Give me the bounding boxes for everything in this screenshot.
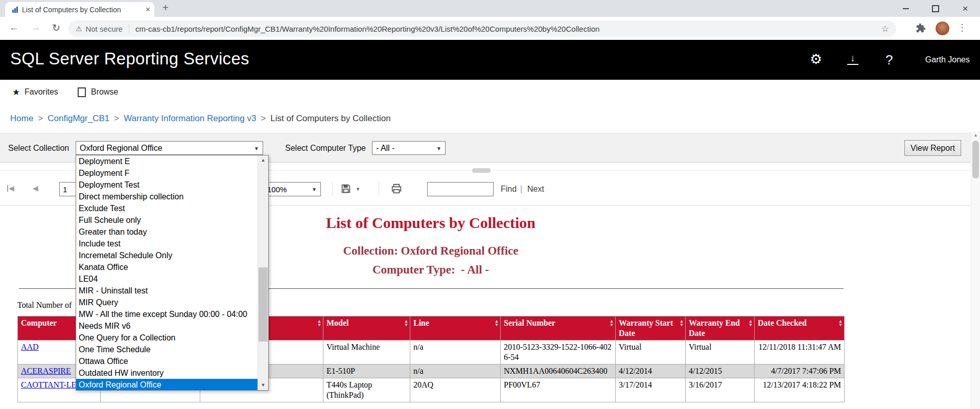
browse-tab[interactable]: Browse (91, 87, 118, 97)
dropdown-option[interactable]: Kanata Office (76, 261, 258, 273)
settings-gear-icon[interactable]: ⚙ (810, 51, 822, 67)
sort-icon[interactable]: ▲▼ (749, 320, 753, 327)
dropdown-option[interactable]: LE04 (76, 273, 258, 285)
find-next-separator: | (520, 185, 522, 194)
sort-icon[interactable]: ▲▼ (404, 320, 408, 327)
dropdown-option[interactable]: Include test (76, 238, 258, 249)
sort-icon[interactable]: ▲▼ (610, 320, 614, 327)
next-button[interactable]: Next (527, 185, 544, 194)
extensions-icon[interactable] (916, 23, 926, 35)
toolbar-divider (379, 183, 379, 196)
dropdown-scrollbar[interactable]: ▲ ▼ (258, 155, 268, 390)
tab-close-icon[interactable]: × (146, 5, 150, 14)
column-header-label: Date Checked (758, 319, 807, 327)
browse-icon (78, 87, 86, 97)
page-scrollbar-thumb[interactable] (972, 141, 979, 178)
first-page-button[interactable]: ◀ (7, 184, 14, 192)
zoom-select[interactable]: 100% ▼ (263, 182, 321, 196)
browser-menu-icon[interactable]: ⋮ (958, 22, 967, 33)
url-text[interactable]: cm-cas-cb1/reports/report/ConfigMgr_CB1/… (135, 25, 877, 33)
dropdown-option[interactable]: Full Scheule only (76, 214, 258, 226)
find-text-input[interactable] (427, 182, 494, 196)
dropdown-option[interactable]: Oxford Regional Office (76, 379, 258, 390)
zoom-value: 100% (267, 185, 287, 194)
download-icon[interactable]: ↓ (847, 53, 858, 65)
scroll-down-icon[interactable]: ▼ (258, 380, 268, 390)
find-button[interactable]: Find (501, 185, 517, 194)
sort-icon[interactable]: ▲▼ (838, 320, 843, 327)
view-report-button[interactable]: View Report (904, 140, 961, 156)
dropdown-option[interactable]: Ottawa Office (76, 355, 258, 367)
collection-select-value: Oxford Regional Office (80, 144, 162, 153)
dropdown-option[interactable]: Direct membership collection (76, 191, 258, 202)
dropdown-option[interactable]: MW - All the time except Sunday 00:00 - … (76, 308, 258, 320)
column-header[interactable]: Warranty Start Date▲▼ (616, 316, 686, 340)
dropdown-scrollbar-thumb[interactable] (259, 267, 268, 342)
app-title: SQL Server Reporting Services (10, 49, 249, 69)
sort-icon[interactable]: ▲▼ (680, 320, 684, 327)
breadcrumb-item[interactable]: Warranty Information Reporting v3 (124, 113, 256, 123)
table-cell: 4/12/2014 (616, 365, 686, 378)
dropdown-option[interactable]: MIR Query (76, 297, 258, 308)
sort-icon[interactable]: ▲▼ (495, 320, 499, 327)
user-menu[interactable]: Garth Jones (925, 55, 970, 64)
dropdown-option[interactable]: Needs MIR v6 (76, 320, 258, 332)
total-count-label: Total Number of (17, 301, 72, 310)
previous-page-button[interactable]: ◀ (33, 184, 38, 192)
profile-avatar[interactable] (936, 21, 949, 35)
print-icon[interactable] (390, 183, 403, 196)
dropdown-option[interactable]: Deployment E (76, 155, 258, 167)
dropdown-option[interactable]: One Time Schedule (76, 344, 258, 355)
computer-type-select[interactable]: - All - ▼ (372, 141, 446, 155)
reload-button[interactable]: ↻ (52, 22, 60, 34)
dropdown-option[interactable]: Greater than today (76, 226, 258, 238)
security-label[interactable]: Not secure (86, 25, 123, 33)
dropdown-option[interactable]: Deployment Test (76, 179, 258, 191)
breadcrumb-item: List of Computers by Collection (270, 113, 390, 123)
new-tab-button[interactable]: + (162, 2, 169, 14)
breadcrumb-item[interactable]: ConfigMgr_CB1 (48, 113, 109, 123)
column-header[interactable]: Line▲▼ (410, 316, 501, 340)
dropdown-option[interactable]: Outdated HW inventory (76, 367, 258, 379)
forward-button[interactable]: → (31, 22, 40, 33)
chevron-down-icon: ▼ (254, 145, 259, 151)
column-header[interactable]: Warranty End Date▲▼ (686, 316, 755, 340)
computer-link[interactable]: AAD (21, 343, 39, 351)
computer-link[interactable]: CAOTTANT-LEN (21, 380, 82, 389)
export-chevron-icon[interactable]: ▼ (356, 187, 360, 192)
dropdown-option[interactable]: Deployment F (76, 167, 258, 179)
bookmark-star-icon[interactable]: ☆ (881, 24, 889, 34)
table-cell: T440s Laptop (ThinkPad) (323, 378, 410, 402)
browser-tab[interactable]: List of Computers by Collection × (5, 2, 154, 17)
column-header[interactable]: Date Checked▲▼ (755, 316, 845, 340)
column-header[interactable]: Serial Number▲▼ (501, 316, 616, 340)
window-close-button[interactable]: × (950, 0, 980, 17)
dropdown-option[interactable]: MIR - Uninstall test (76, 285, 258, 297)
toolbar-divider (332, 183, 333, 196)
column-header[interactable]: Model▲▼ (323, 316, 410, 340)
site-nav: ★ Favorites Browse (0, 80, 980, 105)
dropdown-option[interactable]: Exclude Test (76, 202, 258, 214)
computer-link[interactable]: ACERASPIRE (21, 367, 71, 375)
table-cell: Virtual Machine (323, 340, 410, 365)
window-minimize-button[interactable] (891, 0, 921, 17)
help-icon[interactable]: ? (885, 52, 893, 68)
dropdown-option[interactable]: One Query for a Collection (76, 332, 258, 344)
collapse-handle[interactable] (472, 168, 491, 173)
collection-select[interactable]: Oxford Regional Office ▼ (76, 141, 263, 155)
back-button[interactable]: ← (9, 22, 19, 33)
address-bar[interactable]: ⚠ Not secure cm-cas-cb1/reports/report/C… (68, 20, 896, 37)
breadcrumb-item[interactable]: Home (10, 113, 33, 123)
export-save-icon[interactable] (340, 183, 352, 196)
dropdown-option[interactable]: Incremetal Schedule Only (76, 249, 258, 261)
scroll-up-icon[interactable]: ▲ (258, 155, 268, 165)
page-scroll-up-icon[interactable]: ▲ (971, 132, 980, 138)
sort-icon[interactable]: ▲▼ (317, 320, 321, 327)
breadcrumb: Home>ConfigMgr_CB1>Warranty Information … (0, 105, 980, 133)
tab-strip: List of Computers by Collection × + × (0, 0, 980, 17)
page-scrollbar[interactable]: ▲ (971, 131, 980, 409)
window-maximize-button[interactable] (921, 0, 950, 17)
breadcrumb-separator: > (114, 113, 119, 123)
favorites-tab[interactable]: Favorites (25, 87, 58, 97)
computer-type-select-value: - All - (376, 144, 394, 153)
